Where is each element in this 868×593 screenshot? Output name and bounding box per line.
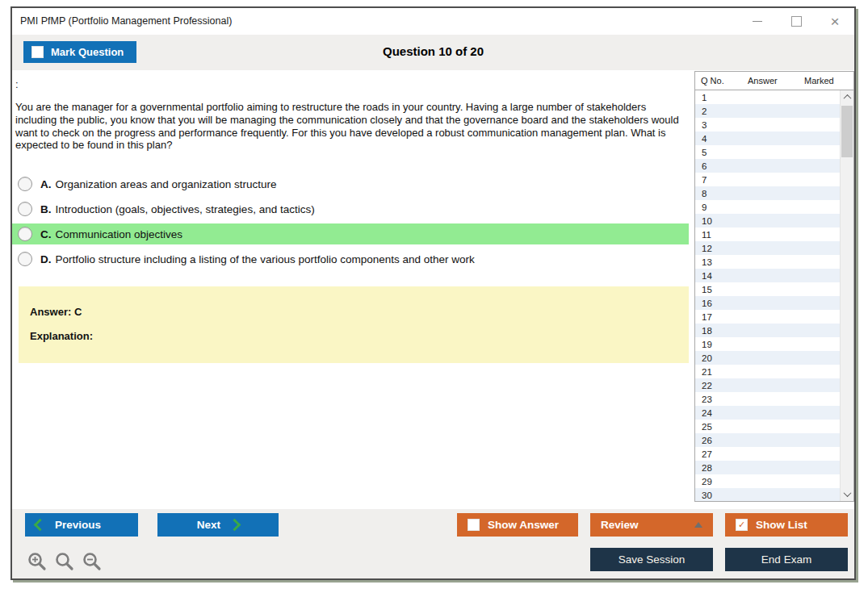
column-answer: Answer [742, 76, 799, 86]
next-button[interactable]: Next [157, 513, 279, 537]
close-icon: × [830, 15, 839, 28]
question-list-row[interactable]: 28 [695, 461, 853, 474]
footer-bar: Previous Next Show Answer Review ✓ Show … [12, 509, 854, 578]
question-list-row[interactable]: 8 [695, 186, 853, 200]
show-list-label: Show List [756, 519, 807, 531]
question-counter: Question 10 of 20 [12, 44, 854, 58]
next-label: Next [197, 519, 220, 531]
row-q-no: 17 [695, 312, 736, 322]
end-exam-button[interactable]: End Exam [725, 548, 848, 571]
question-list-header: Q No. Answer Marked [695, 72, 853, 90]
question-list-row[interactable]: 2 [695, 104, 853, 118]
question-prefix: : [15, 78, 19, 90]
previous-button[interactable]: Previous [25, 513, 138, 537]
row-q-no: 26 [695, 436, 736, 445]
question-list-row[interactable]: 6 [695, 159, 853, 173]
row-q-no: 9 [695, 203, 736, 212]
review-button[interactable]: Review [590, 513, 713, 537]
close-button[interactable]: × [828, 15, 841, 28]
question-list-row[interactable]: 20 [695, 351, 853, 365]
row-q-no: 6 [695, 161, 736, 171]
question-list-row[interactable]: 29 [695, 474, 853, 488]
option-d[interactable]: D.Portfolio structure including a listin… [12, 248, 689, 269]
answer-label: Answer: C [30, 306, 82, 318]
option-text: Communication objectives [56, 228, 183, 240]
question-list-row[interactable]: 11 [695, 228, 853, 241]
question-list-row[interactable]: 14 [695, 269, 853, 282]
option-a[interactable]: A.Organization areas and organization st… [12, 173, 689, 194]
question-list-row[interactable]: 17 [695, 310, 853, 324]
show-answer-label: Show Answer [488, 519, 559, 531]
row-q-no: 24 [695, 408, 736, 418]
scroll-up-button[interactable] [841, 90, 853, 104]
question-list-row[interactable]: 4 [695, 132, 853, 145]
question-list-row[interactable]: 23 [695, 392, 853, 406]
row-q-no: 3 [695, 120, 736, 130]
question-list-row[interactable]: 7 [695, 173, 853, 186]
maximize-button[interactable] [790, 15, 803, 28]
radio-button-icon[interactable] [18, 252, 32, 266]
option-text: Introduction (goals, objectives, strateg… [56, 203, 315, 215]
option-b[interactable]: B.Introduction (goals, objectives, strat… [12, 198, 689, 219]
question-list-row[interactable]: 30 [695, 488, 853, 501]
row-q-no: 21 [695, 367, 736, 377]
option-c[interactable]: C.Communication objectives [12, 223, 689, 244]
show-answer-button[interactable]: Show Answer [457, 513, 578, 537]
question-list-row[interactable]: 13 [695, 255, 853, 269]
row-q-no: 27 [695, 449, 736, 459]
question-list-row[interactable]: 5 [695, 145, 853, 159]
show-list-checkbox[interactable]: ✓ [736, 519, 748, 531]
column-q-no: Q No. [695, 76, 742, 86]
save-session-label: Save Session [619, 553, 686, 566]
question-list-row[interactable]: 25 [695, 420, 853, 433]
option-letter: C. [40, 228, 52, 240]
question-list-row[interactable]: 26 [695, 433, 853, 447]
question-list-row[interactable]: 19 [695, 337, 853, 351]
screen: { "window": { "title": "PMI PfMP (Portfo… [0, 0, 868, 593]
scroll-down-button[interactable] [841, 487, 853, 501]
question-list: 1234567891011121314151617181920212223242… [695, 90, 853, 501]
radio-button-icon[interactable] [18, 227, 32, 241]
question-list-row[interactable]: 9 [695, 200, 853, 214]
row-q-no: 10 [695, 216, 736, 226]
scrollbar[interactable] [840, 90, 853, 501]
row-q-no: 7 [695, 175, 736, 185]
question-list-row[interactable]: 16 [695, 296, 853, 310]
radio-button-icon[interactable] [18, 202, 32, 216]
header-strip: Mark Question Question 10 of 20 [12, 35, 854, 70]
save-session-button[interactable]: Save Session [590, 548, 713, 571]
zoom-reset-icon[interactable] [54, 551, 75, 572]
question-list-row[interactable]: 3 [695, 118, 853, 132]
row-q-no: 20 [695, 353, 736, 363]
question-list-row[interactable]: 27 [695, 447, 853, 461]
option-text: Portfolio structure including a listing … [56, 253, 475, 265]
show-answer-checkbox[interactable] [468, 519, 480, 531]
previous-label: Previous [55, 519, 101, 531]
question-list-row[interactable]: 12 [695, 241, 853, 255]
chevron-down-icon [843, 489, 851, 497]
app-window: PMI PfMP (Portfolio Management Professio… [10, 6, 856, 580]
question-list-row[interactable]: 22 [695, 378, 853, 392]
question-list-row[interactable]: 18 [695, 324, 853, 337]
question-list-row[interactable]: 10 [695, 214, 853, 228]
question-list-row[interactable]: 24 [695, 406, 853, 420]
question-list-row[interactable]: 21 [695, 365, 853, 378]
radio-button-icon[interactable] [18, 177, 32, 191]
zoom-in-icon[interactable] [27, 551, 48, 572]
minimize-button[interactable] [751, 15, 764, 28]
zoom-out-icon[interactable] [82, 551, 103, 572]
row-q-no: 16 [695, 299, 736, 308]
review-label: Review [601, 519, 639, 531]
title-bar: PMI PfMP (Portfolio Management Professio… [12, 8, 854, 35]
row-q-no: 29 [695, 477, 736, 487]
explanation-label: Explanation: [30, 330, 93, 342]
scrollbar-thumb[interactable] [841, 106, 853, 157]
chevron-right-icon [229, 519, 241, 532]
end-exam-label: End Exam [761, 553, 811, 566]
row-q-no: 11 [695, 230, 736, 240]
row-q-no: 18 [695, 326, 736, 336]
question-list-row[interactable]: 15 [695, 282, 853, 296]
question-list-row[interactable]: 1 [695, 90, 853, 104]
row-q-no: 4 [695, 134, 736, 144]
show-list-button[interactable]: ✓ Show List [725, 513, 848, 537]
